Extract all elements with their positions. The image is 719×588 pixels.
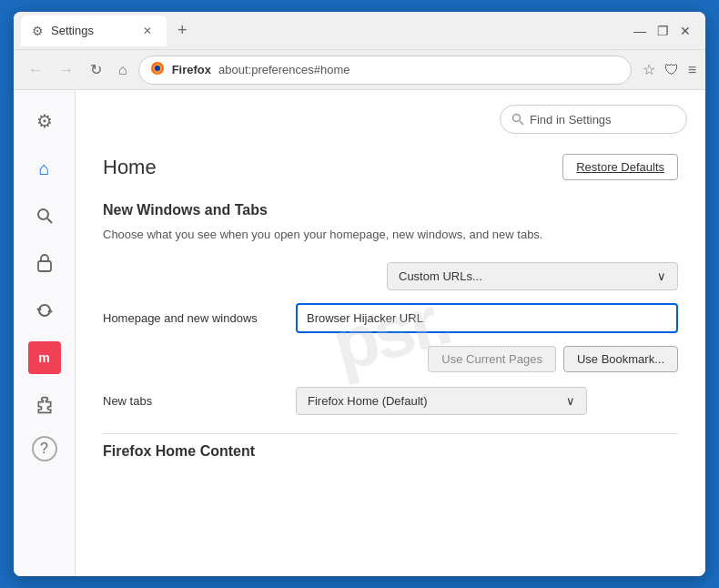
window-controls: — ❐ ✕ — [633, 24, 698, 38]
browser-window: ⚙ Settings ✕ + — ❐ ✕ ← → ↻ ⌂ Firefox abo… — [14, 12, 705, 576]
site-name: Firefox — [172, 63, 211, 76]
homepage-url-input[interactable] — [296, 303, 678, 333]
new-tab-button[interactable]: + — [170, 21, 195, 40]
content-area: ⚙ ⌂ — [14, 90, 705, 576]
close-button[interactable]: ✕ — [680, 24, 691, 38]
sidebar-item-pocket[interactable]: m — [28, 341, 61, 374]
sidebar-item-search[interactable] — [28, 199, 61, 232]
svg-point-2 — [38, 209, 48, 219]
find-settings-input[interactable] — [530, 113, 675, 127]
title-bar: ⚙ Settings ✕ + — ❐ ✕ — [14, 12, 705, 50]
sidebar-item-extensions[interactable] — [28, 389, 61, 421]
section-title: New Windows and Tabs — [103, 202, 678, 218]
shield-icon[interactable]: 🛡 — [664, 62, 679, 78]
custom-urls-label: Custom URLs... — [399, 269, 482, 283]
svg-line-6 — [520, 121, 523, 125]
custom-urls-dropdown[interactable]: Custom URLs... ∨ — [387, 262, 678, 290]
home-button[interactable]: ⌂ — [113, 58, 133, 82]
svg-line-3 — [47, 218, 52, 223]
back-button[interactable]: ← — [23, 58, 48, 82]
minimize-button[interactable]: — — [633, 24, 646, 38]
sidebar-item-settings[interactable]: ⚙ — [28, 105, 61, 137]
address-bar[interactable]: Firefox about:preferences#home — [138, 56, 632, 85]
new-windows-section: New Windows and Tabs Choose what you see… — [103, 202, 678, 460]
settings-tab-icon: ⚙ — [32, 24, 44, 38]
use-current-pages-button[interactable]: Use Current Pages — [428, 346, 556, 372]
homepage-action-buttons: Use Current Pages Use Bookmark... — [103, 346, 678, 372]
refresh-button[interactable]: ↻ — [85, 57, 107, 82]
nav-right-icons: ☆ 🛡 ≡ — [637, 61, 696, 78]
sidebar-item-sync[interactable] — [28, 294, 61, 327]
sidebar-item-help[interactable]: ? — [32, 436, 57, 461]
section-desc: Choose what you see when you open your h… — [103, 226, 678, 244]
navigation-bar: ← → ↻ ⌂ Firefox about:preferences#home ☆… — [14, 50, 705, 90]
tab-label: Settings — [51, 24, 94, 37]
svg-point-5 — [513, 115, 521, 122]
new-tabs-row: New tabs Firefox Home (Default) ∨ — [103, 387, 678, 415]
new-tabs-label: New tabs — [103, 394, 285, 408]
active-tab[interactable]: ⚙ Settings ✕ — [21, 15, 167, 46]
new-tabs-dropdown-label: Firefox Home (Default) — [308, 394, 427, 408]
sidebar-item-home[interactable]: ⌂ — [28, 152, 61, 185]
forward-button[interactable]: → — [54, 58, 79, 82]
use-bookmark-button[interactable]: Use Bookmark... — [563, 346, 678, 372]
new-tabs-chevron-icon: ∨ — [566, 394, 575, 408]
homepage-setting-row: Homepage and new windows — [103, 303, 678, 333]
svg-point-1 — [155, 66, 160, 71]
bookmark-icon[interactable]: ☆ — [643, 61, 655, 78]
sidebar: ⚙ ⌂ — [14, 90, 76, 576]
page-title: Home — [103, 156, 157, 179]
homepage-label: Homepage and new windows — [103, 311, 285, 325]
firefox-home-section-title: Firefox Home Content — [103, 433, 678, 460]
custom-urls-dropdown-row: Custom URLs... ∨ — [103, 262, 678, 290]
maximize-button[interactable]: ❐ — [657, 24, 669, 38]
address-url: about:preferences#home — [218, 63, 350, 76]
find-settings-bar[interactable] — [500, 105, 687, 134]
svg-rect-4 — [38, 261, 51, 271]
restore-defaults-button[interactable]: Restore Defaults — [562, 154, 678, 180]
find-search-icon — [511, 113, 524, 126]
dropdown-chevron-icon: ∨ — [657, 269, 666, 283]
settings-main-content: psr. Home Restore Defaults New Windows a… — [76, 90, 705, 576]
new-tabs-dropdown[interactable]: Firefox Home (Default) ∨ — [296, 387, 587, 415]
firefox-logo — [150, 61, 165, 78]
tab-close-button[interactable]: ✕ — [139, 23, 156, 39]
sidebar-item-privacy[interactable] — [28, 247, 61, 279]
menu-icon[interactable]: ≡ — [688, 62, 696, 78]
